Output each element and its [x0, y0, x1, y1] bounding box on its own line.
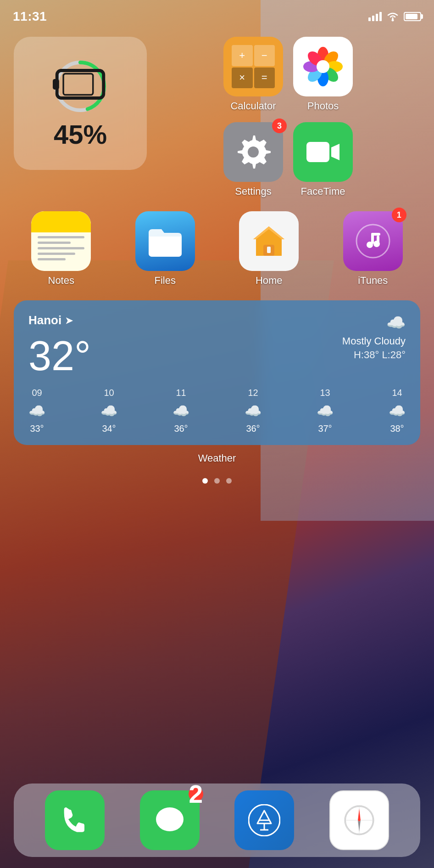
itunes-music-svg: [355, 223, 391, 259]
weather-description: Mostly Cloudy H:38° L:28°: [342, 335, 406, 361]
weather-cloud-icon: ☁️: [386, 313, 406, 332]
facetime-label: FaceTime: [301, 186, 345, 197]
weather-hour: 11 ☁️ 36°: [172, 388, 189, 434]
settings-icon: 3: [223, 122, 283, 182]
battery-widget[interactable]: 45%: [14, 37, 147, 170]
row2: Notes Files: [14, 211, 420, 287]
status-time: 11:31: [13, 9, 47, 24]
weather-high-low: H:38° L:28°: [342, 349, 406, 361]
svg-rect-25: [371, 233, 380, 236]
svg-point-28: [373, 241, 380, 247]
weather-hour: 14 ☁️ 38°: [389, 388, 406, 434]
weather-city: Hanoi ➤: [28, 313, 73, 327]
notes-icon: [31, 211, 91, 271]
main-content: 45% + − × = Calculator: [0, 28, 434, 868]
page-dot-3: [226, 478, 232, 484]
location-arrow-icon: ➤: [65, 315, 73, 326]
home-house-svg: [250, 223, 287, 259]
battery-status-icon: [404, 12, 421, 21]
weather-temperature: 32°: [28, 335, 91, 377]
svg-point-16: [248, 147, 259, 158]
weather-condition: Mostly Cloudy: [342, 335, 406, 347]
calculator-app[interactable]: + − × = Calculator: [223, 37, 283, 112]
svg-rect-21: [267, 247, 271, 253]
files-folder-svg: [147, 225, 184, 258]
home-icon: [239, 211, 299, 271]
apps-row-calc-photos: + − × = Calculator: [156, 37, 420, 112]
weather-hour: 09 ☁️ 33°: [28, 388, 45, 434]
svg-rect-17: [306, 142, 329, 162]
home-label: Home: [256, 275, 283, 287]
files-app[interactable]: Files: [135, 211, 195, 287]
svg-point-0: [392, 19, 394, 22]
weather-hour: 13 ☁️ 37°: [317, 388, 334, 434]
home-app[interactable]: Home: [239, 211, 299, 287]
right-apps: + − × = Calculator: [156, 37, 420, 197]
wifi-icon: [386, 11, 399, 22]
battery-phone-icon: [53, 57, 108, 116]
svg-point-26: [367, 242, 373, 248]
svg-rect-5: [63, 73, 93, 95]
photos-icon: [293, 37, 353, 96]
weather-hour: 12 ☁️ 36°: [245, 388, 262, 434]
status-bar: 11:31: [0, 0, 434, 28]
photos-label: Photos: [307, 100, 339, 112]
files-icon: [135, 211, 195, 271]
battery-circle: [53, 59, 108, 114]
signal-icon: [368, 12, 382, 21]
settings-badge: 3: [272, 118, 287, 133]
status-icons: [368, 11, 421, 22]
page-dot-2: [214, 478, 220, 484]
calculator-icon: + − × =: [223, 37, 283, 96]
facetime-app[interactable]: FaceTime: [293, 122, 353, 197]
photos-app[interactable]: Photos: [293, 37, 353, 112]
files-label: Files: [155, 275, 176, 287]
svg-point-14: [317, 60, 329, 73]
page-dots: [14, 478, 420, 484]
svg-marker-18: [331, 144, 339, 160]
facetime-icon: [293, 122, 353, 182]
itunes-app[interactable]: 1 iTunes: [343, 211, 403, 287]
weather-widget[interactable]: Hanoi ➤ ☁️ 32° Mostly Cloudy H:38° L:28°…: [14, 300, 420, 445]
calculator-label: Calculator: [230, 100, 276, 112]
itunes-icon: 1: [343, 211, 403, 271]
weather-hourly: 09 ☁️ 33° 10 ☁️ 34° 11 ☁️ 36° 12 ☁️ 36° …: [28, 388, 406, 434]
settings-app[interactable]: 3 Settings: [223, 122, 283, 197]
svg-rect-4: [53, 79, 59, 90]
facetime-camera-svg: [305, 138, 341, 166]
weather-header: Hanoi ➤ ☁️: [28, 313, 406, 332]
notes-app[interactable]: Notes: [31, 211, 91, 287]
itunes-label: iTunes: [358, 275, 388, 287]
page-dot-1: [202, 478, 208, 484]
itunes-badge: 1: [392, 208, 406, 222]
notes-label: Notes: [48, 275, 74, 287]
settings-gear-svg: [235, 134, 272, 170]
battery-percent-text: 45%: [54, 121, 107, 148]
weather-hour: 10 ☁️ 34°: [100, 388, 117, 434]
settings-label: Settings: [235, 186, 272, 197]
weather-label: Weather: [14, 452, 420, 464]
row1: 45% + − × = Calculator: [14, 37, 420, 197]
photos-flower-svg: [302, 46, 344, 87]
weather-temp-row: 32° Mostly Cloudy H:38° L:28°: [28, 335, 406, 377]
apps-row-settings-facetime: 3 Settings: [156, 122, 420, 197]
